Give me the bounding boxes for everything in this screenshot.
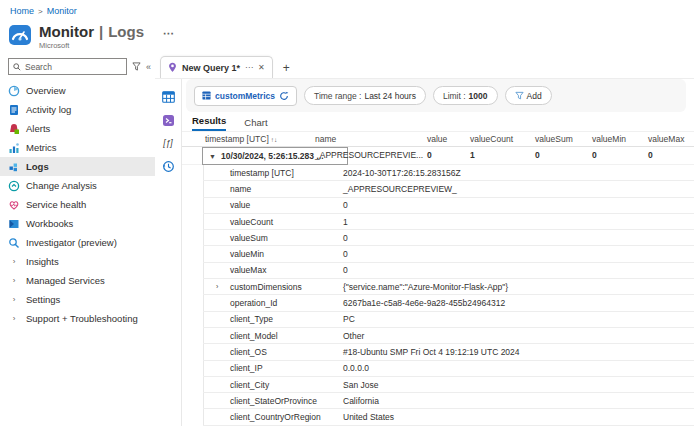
- add-filter-pill[interactable]: Add: [505, 86, 552, 105]
- sidebar-item-label: Managed Services: [26, 275, 105, 286]
- expand-chevron-icon[interactable]: ›: [216, 283, 218, 290]
- detail-value: 6267ba1e-c5a8-4e6e-9a28-455b24964312: [343, 298, 505, 308]
- column-header-value[interactable]: value: [427, 134, 447, 144]
- tab-more-icon[interactable]: ⋯: [245, 63, 253, 72]
- detail-key: client_StateOrProvince: [230, 396, 343, 406]
- scope-pin-icon: [168, 62, 177, 73]
- detail-value: PC: [343, 314, 355, 324]
- detail-key: valueMin: [230, 249, 343, 259]
- chevron-right-icon: ›: [8, 314, 20, 323]
- detail-row[interactable]: client_CountryOrRegion United States: [203, 409, 694, 425]
- collapse-sidebar-icon[interactable]: «: [146, 62, 151, 72]
- column-header-timestamp[interactable]: timestamp [UTC]↑↓: [205, 134, 277, 144]
- detail-row[interactable]: valueMin 0: [203, 246, 694, 262]
- column-header-valuecount[interactable]: valueCount: [470, 134, 513, 144]
- time-range-pill[interactable]: Time range : Last 24 hours: [304, 86, 426, 105]
- queries-icon[interactable]: [160, 112, 176, 128]
- detail-row[interactable]: valueSum 0: [203, 230, 694, 246]
- sidebar-item-investigator[interactable]: Investigator (preview): [0, 233, 155, 252]
- sidebar-item-alerts[interactable]: Alerts: [0, 119, 155, 138]
- query-table-name: customMetrics: [215, 91, 275, 101]
- column-header-valuemin[interactable]: valueMin: [592, 134, 626, 144]
- tab-close-icon[interactable]: ✕: [258, 63, 265, 72]
- sidebar-item-label: Metrics: [26, 142, 57, 153]
- sidebar-item-workbooks[interactable]: Workbooks: [0, 214, 155, 233]
- sidebar-item-activity-log[interactable]: Activity log: [0, 100, 155, 119]
- sidebar-search-input[interactable]: Search: [8, 58, 127, 75]
- row-valuesum: 0: [535, 150, 540, 160]
- limit-label: Limit :: [443, 91, 466, 101]
- add-filter-label: Add: [527, 91, 542, 101]
- magnifier-icon: [8, 237, 20, 249]
- detail-value: San Jose: [343, 380, 378, 390]
- activity-log-icon: [8, 104, 20, 116]
- detail-row[interactable]: valueCount 1: [203, 214, 694, 230]
- title-separator: |: [99, 23, 103, 40]
- detail-key: customDimensions: [230, 282, 343, 292]
- row-timestamp: 10/30/2024, 5:26:15.283 ...: [221, 151, 324, 161]
- detail-row[interactable]: timestamp [UTC] 2024-10-30T17:26:15.2831…: [203, 165, 694, 181]
- detail-row[interactable]: name _APPRESOURCEPREVIEW_: [203, 181, 694, 197]
- tab-chart[interactable]: Chart: [244, 117, 267, 131]
- chevron-right-icon: ›: [8, 276, 20, 285]
- result-row[interactable]: ▼ 10/30/2024, 5:26:15.283 ... _APPRESOUR…: [182, 147, 694, 165]
- detail-row[interactable]: client_City San Jose: [203, 377, 694, 393]
- detail-row[interactable]: client_OS #18-Ubuntu SMP Fri Oct 4 19:12…: [203, 344, 694, 360]
- refresh-icon[interactable]: [279, 91, 289, 101]
- sidebar-item-metrics[interactable]: Metrics: [0, 138, 155, 157]
- sidebar-item-overview[interactable]: Overview: [0, 81, 155, 100]
- sidebar-item-settings[interactable]: › Settings: [0, 290, 155, 309]
- sidebar-item-label: Overview: [26, 85, 66, 96]
- query-history-icon[interactable]: [160, 158, 176, 174]
- detail-row[interactable]: value 0: [203, 198, 694, 214]
- limit-pill[interactable]: Limit : 1000: [433, 86, 498, 105]
- detail-key: client_City: [230, 380, 343, 390]
- detail-row[interactable]: client_Type PC: [203, 312, 694, 328]
- sidebar-item-label: Logs: [26, 161, 49, 172]
- functions-icon[interactable]: [ƒ]: [160, 135, 176, 151]
- sidebar-item-change-analysis[interactable]: Change Analysis: [0, 176, 155, 195]
- tables-icon[interactable]: [160, 89, 176, 105]
- sidebar-item-label: Workbooks: [26, 218, 73, 229]
- detail-value: {"service.name":"Azure-Monitor-Flask-App…: [343, 282, 508, 292]
- detail-row-customdimensions[interactable]: › customDimensions {"service.name":"Azur…: [203, 279, 694, 295]
- sidebar-item-support-troubleshooting[interactable]: › Support + Troubleshooting: [0, 309, 155, 328]
- detail-value: 1: [343, 217, 348, 227]
- breadcrumb-monitor-link[interactable]: Monitor: [47, 6, 77, 16]
- detail-row[interactable]: valueMax 0: [203, 263, 694, 279]
- query-table-chip[interactable]: customMetrics: [194, 86, 297, 106]
- sidebar-item-service-health[interactable]: Service health: [0, 195, 155, 214]
- detail-row[interactable]: operation_Id 6267ba1e-c5a8-4e6e-9a28-455…: [203, 295, 694, 311]
- sort-icon[interactable]: ↑↓: [271, 136, 278, 143]
- change-analysis-icon: [8, 180, 20, 192]
- column-header-valuesum[interactable]: valueSum: [535, 134, 573, 144]
- detail-value: _APPRESOURCEPREVIEW_: [343, 184, 457, 194]
- sidebar-item-managed-services[interactable]: › Managed Services: [0, 271, 155, 290]
- row-details: timestamp [UTC] 2024-10-30T17:26:15.2831…: [182, 165, 694, 426]
- breadcrumb-home-link[interactable]: Home: [10, 6, 34, 16]
- detail-value: #18-Ubuntu SMP Fri Oct 4 19:12:19 UTC 20…: [343, 347, 520, 357]
- sidebar-item-label: Alerts: [26, 123, 50, 134]
- title-more-button[interactable]: ⋯: [163, 27, 175, 40]
- column-header-valuemax[interactable]: valueMax: [648, 134, 684, 144]
- logs-icon: [8, 161, 20, 173]
- detail-row[interactable]: client_Model Other: [203, 328, 694, 344]
- detail-value: Other: [343, 331, 364, 341]
- detail-row[interactable]: client_StateOrProvince California: [203, 393, 694, 409]
- query-side-rail: [ƒ]: [155, 79, 182, 426]
- row-expand-chevron-icon[interactable]: ▼: [209, 153, 216, 160]
- tab-new-query-1[interactable]: New Query 1* ⋯ ✕: [160, 56, 273, 78]
- filter-icon[interactable]: [132, 62, 141, 71]
- detail-key: timestamp [UTC]: [230, 168, 343, 178]
- row-valuemax: 0: [648, 150, 653, 160]
- detail-key: valueSum: [230, 233, 343, 243]
- breadcrumb-separator: >: [38, 7, 43, 16]
- column-header-name[interactable]: name: [315, 134, 336, 144]
- sidebar-item-insights[interactable]: › Insights: [0, 252, 155, 271]
- detail-row[interactable]: client_IP 0.0.0.0: [203, 361, 694, 377]
- detail-value: United States: [343, 412, 394, 422]
- tab-results[interactable]: Results: [192, 115, 226, 131]
- sidebar-item-logs[interactable]: Logs: [0, 157, 155, 176]
- new-tab-button[interactable]: +: [283, 61, 290, 75]
- chevron-right-icon: ›: [8, 295, 20, 304]
